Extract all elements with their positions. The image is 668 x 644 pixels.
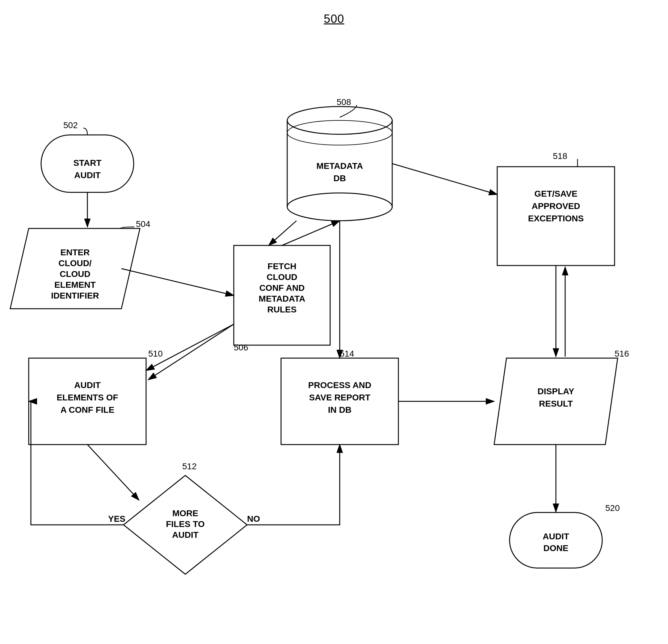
svg-text:MORE: MORE [172, 508, 198, 518]
svg-text:A CONF FILE: A CONF FILE [61, 405, 115, 415]
svg-text:FILES TO: FILES TO [166, 519, 205, 529]
svg-text:510: 510 [148, 349, 163, 358]
svg-line-58 [269, 221, 297, 245]
svg-text:IN DB: IN DB [328, 405, 351, 415]
svg-text:506: 506 [234, 343, 248, 352]
svg-text:CLOUD: CLOUD [267, 272, 298, 282]
svg-text:ELEMENTS OF: ELEMENTS OF [57, 393, 118, 402]
svg-text:512: 512 [182, 462, 197, 471]
svg-text:FETCH: FETCH [268, 261, 296, 271]
svg-text:AUDIT: AUDIT [543, 532, 569, 541]
svg-text:ELEMENT: ELEMENT [54, 280, 96, 290]
svg-text:AUDIT: AUDIT [74, 380, 101, 390]
svg-line-56 [121, 269, 234, 295]
svg-text:PROCESS AND: PROCESS AND [308, 380, 371, 390]
svg-text:SAVE REPORT: SAVE REPORT [309, 393, 370, 402]
svg-text:520: 520 [605, 503, 620, 513]
svg-text:CLOUD/: CLOUD/ [58, 258, 92, 268]
svg-text:START: START [73, 158, 101, 168]
svg-text:APPROVED: APPROVED [531, 201, 580, 211]
flowchart-svg: START AUDIT 502 ENTER CLOUD/ CLOUD ELEME… [0, 0, 668, 644]
svg-text:516: 516 [614, 349, 629, 358]
svg-text:GET/SAVE: GET/SAVE [534, 189, 577, 199]
svg-text:METADATA: METADATA [259, 294, 305, 304]
svg-line-64 [392, 164, 497, 195]
svg-text:METADATA: METADATA [317, 161, 363, 171]
svg-text:NO: NO [247, 514, 260, 524]
svg-text:AUDIT: AUDIT [74, 170, 101, 180]
svg-text:508: 508 [337, 97, 351, 107]
svg-text:IDENTIFIER: IDENTIFIER [51, 291, 99, 301]
svg-text:AUDIT: AUDIT [172, 530, 199, 540]
svg-text:502: 502 [63, 120, 78, 130]
svg-line-57 [282, 221, 340, 245]
svg-text:YES: YES [108, 514, 125, 524]
svg-text:DB: DB [334, 173, 346, 183]
svg-text:EXCEPTIONS: EXCEPTIONS [528, 214, 584, 223]
svg-text:518: 518 [553, 151, 567, 161]
svg-text:DONE: DONE [544, 543, 568, 553]
svg-text:504: 504 [136, 219, 150, 229]
diagram-container: 500 START AUDIT 502 ENTER CLOUD/ CLOUD E… [0, 0, 668, 644]
svg-text:CONF AND: CONF AND [259, 283, 305, 293]
svg-text:CLOUD: CLOUD [60, 269, 91, 279]
svg-line-61 [87, 445, 139, 500]
svg-text:ENTER: ENTER [61, 248, 90, 257]
svg-text:514: 514 [340, 349, 354, 358]
svg-text:DISPLAY: DISPLAY [538, 386, 574, 396]
svg-point-22 [287, 193, 392, 221]
svg-line-59 [146, 324, 234, 370]
svg-text:RESULT: RESULT [539, 399, 573, 409]
svg-text:RULES: RULES [268, 305, 297, 314]
